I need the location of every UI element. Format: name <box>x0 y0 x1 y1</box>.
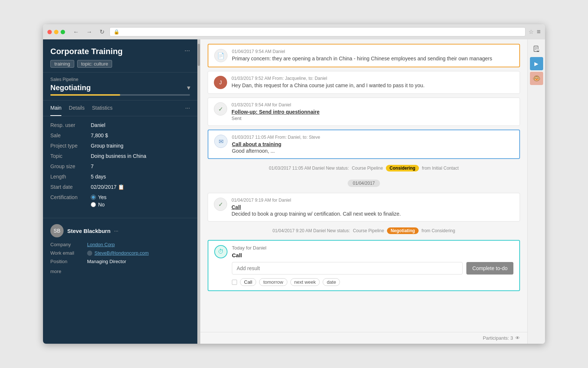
play-icon: ▶ <box>534 61 538 67</box>
cert-yes-label: Yes <box>98 194 107 200</box>
msg5-text: Decided to book a group training w/ cert… <box>232 211 514 217</box>
cert-no-option[interactable]: No <box>91 202 107 208</box>
right-tool-play[interactable]: ▶ <box>530 57 543 70</box>
pipeline-name-2: Course Pipeline <box>353 228 384 233</box>
cert-no-label: No <box>98 202 105 208</box>
cert-yes-radio[interactable] <box>91 195 96 200</box>
status-change-meta-2: 01/04/2017 9:20 AM Daniel New status: <box>273 228 350 233</box>
menu-icon[interactable]: ≡ <box>537 28 541 36</box>
message-body-2: 01/03/2017 9:52 AM From: Jacqueline, to:… <box>232 76 514 89</box>
contact-company-label: Company <box>50 242 87 247</box>
sidebar-pipeline: Sales Pipeline Negotiating ▾ <box>43 72 197 100</box>
action-call[interactable]: Call <box>240 278 256 286</box>
call-checkbox[interactable] <box>232 280 237 285</box>
main-content: 📄 01/04/2017 9:54 AM Daniel Primary conc… <box>200 39 527 344</box>
refresh-button[interactable]: ↻ <box>97 28 107 36</box>
tabs-more-icon[interactable]: ··· <box>185 105 190 112</box>
eye-icon[interactable]: 👁 <box>515 335 520 341</box>
browser-nav: ← → ↻ 🔒 ☆ ≡ <box>71 27 541 36</box>
status-change-considering: 01/03/2017 11:05 AM Daniel New status: C… <box>208 163 520 174</box>
contact-position-label: Position <box>50 259 87 264</box>
tab-statistics[interactable]: Statistics <box>92 100 112 116</box>
field-label-resp-user: Resp. user <box>50 122 91 128</box>
back-button[interactable]: ← <box>71 28 81 36</box>
action-tomorrow[interactable]: tomorrow <box>259 278 287 286</box>
field-value-topic: Doing business in China <box>91 153 146 159</box>
message-call-training: ✉ 01/03/2017 11:05 AM From: Daniel, to: … <box>208 130 520 159</box>
contact-avatar: SB <box>50 224 64 237</box>
contact-email-value[interactable]: SteveB@londoncorp.com <box>94 250 149 256</box>
action-date[interactable]: date <box>323 278 340 286</box>
forward-button[interactable]: → <box>84 28 94 36</box>
doc-icon: 📄 <box>214 49 227 62</box>
pipeline-name-1: Course Pipeline <box>352 166 383 171</box>
chimp-icon: 🐵 <box>533 74 541 82</box>
field-value-project-type: Group training <box>91 143 123 149</box>
field-length: Length 5 days <box>50 174 190 180</box>
status-change-meta-1: 01/03/2017 11:05 AM Daniel New status: <box>269 166 349 171</box>
tag-culture[interactable]: topic: culture <box>77 60 112 68</box>
field-resp-user: Resp. user Daniel <box>50 122 190 128</box>
cert-no-radio[interactable] <box>91 202 96 207</box>
add-result-input[interactable] <box>232 262 463 275</box>
today-actions: Call tomorrow next week date <box>232 278 513 286</box>
address-bar[interactable]: 🔒 <box>110 27 526 36</box>
sidebar-header: Corporate Training ··· training topic: c… <box>43 39 197 72</box>
scroll-thumb <box>198 44 200 66</box>
message-body-4: 01/03/2017 11:05 AM From: Daniel, to: St… <box>232 135 513 154</box>
message-followup: ✓ 01/03/2017 9:54 AM for Daniel Follow-u… <box>208 98 520 126</box>
pipeline-stage-name: Negotiating <box>50 84 91 92</box>
sidebar-more-button[interactable]: ··· <box>184 47 190 54</box>
contact-header: SB Steve Blackburn ··· <box>50 224 190 237</box>
msg1-text: Primary concern: they are opening a bran… <box>232 56 513 61</box>
maximize-dot[interactable] <box>61 30 65 34</box>
sidebar-fields: Resp. user Daniel Sale 7,800 $ Project t… <box>43 116 197 218</box>
clock-icon: ⏱ <box>214 245 227 258</box>
msg2-meta: 01/03/2017 9:52 AM From: Jacqueline, to:… <box>232 76 514 81</box>
cert-yes-option[interactable]: Yes <box>91 194 107 200</box>
today-input-row: Complete to-do <box>232 262 513 275</box>
sidebar-tabs: Main Details Statistics ··· <box>43 100 197 116</box>
pipeline-progress-fill <box>50 94 120 96</box>
sidebar-title: Corporate Training <box>50 47 123 56</box>
right-sidebar: ▶ 🐵 <box>527 39 545 344</box>
close-dot[interactable] <box>47 30 52 34</box>
tag-training[interactable]: training <box>50 60 74 68</box>
tab-main[interactable]: Main <box>50 100 61 116</box>
tab-details[interactable]: Details <box>69 100 85 116</box>
minimize-dot[interactable] <box>54 30 58 34</box>
msg5-meta: 01/04/2017 9:19 AM for Daniel <box>232 198 514 203</box>
message-jacqueline: J 01/03/2017 9:52 AM From: Jacqueline, t… <box>208 71 520 94</box>
sidebar-scrollbar[interactable] <box>197 39 200 344</box>
field-label-project-type: Project type <box>50 143 91 149</box>
status-from-1: from Initial Contact <box>422 166 459 171</box>
field-label-sale: Sale <box>50 132 91 138</box>
email-icon-msg4: ✉ <box>214 135 227 148</box>
field-value-start-date[interactable]: 02/20/2017 📋 <box>91 184 124 190</box>
chevron-down-icon: ▾ <box>187 84 190 91</box>
action-next-week[interactable]: next week <box>290 278 320 286</box>
right-tool-chimp[interactable]: 🐵 <box>530 72 543 85</box>
browser-dots <box>47 30 65 34</box>
today-call-title: Call <box>232 252 513 258</box>
msg1-meta: 01/04/2017 9:54 AM Daniel <box>232 49 513 54</box>
pipeline-stage[interactable]: Negotiating ▾ <box>50 84 190 92</box>
check-icon-1: ✓ <box>214 102 227 116</box>
status-from-2: from Considering <box>422 228 455 233</box>
contact-email: Work email SteveB@londoncorp.com <box>50 250 190 256</box>
field-certification: Certification Yes No <box>50 194 190 208</box>
right-tool-document[interactable] <box>530 42 543 56</box>
chat-footer: Participants: 3 👁 <box>200 332 527 344</box>
bookmark-icon[interactable]: ☆ <box>528 28 534 35</box>
browser-chrome: ← → ↻ 🔒 ☆ ≡ <box>43 24 545 39</box>
complete-todo-button[interactable]: Complete to-do <box>466 262 513 275</box>
sidebar: Corporate Training ··· training topic: c… <box>43 39 197 344</box>
field-start-date: Start date 02/20/2017 📋 <box>50 184 190 190</box>
msg4-text: Good afternoon, ... <box>232 148 513 154</box>
sidebar-more-link[interactable]: more <box>50 267 190 276</box>
field-value-resp-user: Daniel <box>91 122 105 128</box>
contact-more-button[interactable]: ··· <box>114 228 119 234</box>
contact-company-value[interactable]: London Corp <box>87 242 115 247</box>
field-group-size: Group size 7 <box>50 163 190 169</box>
field-label-certification: Certification <box>50 194 91 200</box>
